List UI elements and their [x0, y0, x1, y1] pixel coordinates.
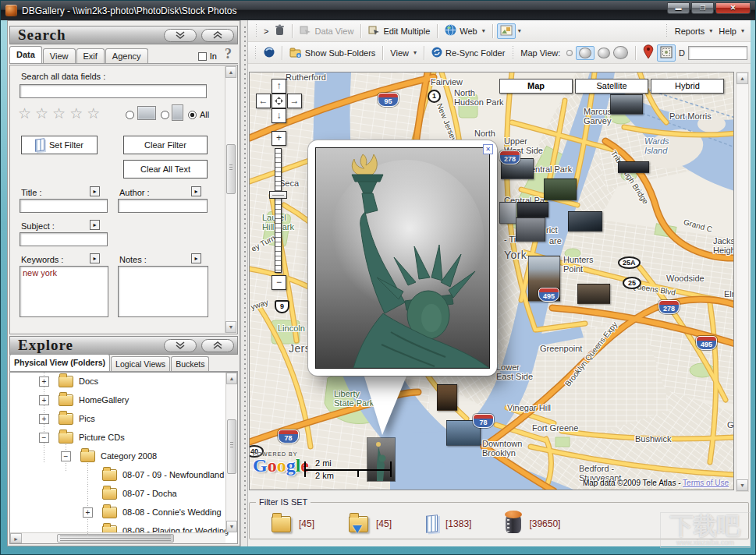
tree-item[interactable]: 08-07 - 09 - Newfoundland [10, 466, 237, 485]
keywords-input[interactable]: new york [20, 266, 108, 317]
dropdown-arrow-icon[interactable]: ▾ [518, 27, 521, 34]
tree-item-label[interactable]: Docs [79, 376, 98, 386]
photo-thumbnail[interactable] [544, 179, 577, 200]
tab-buckets[interactable]: Buckets [171, 356, 209, 371]
star-icon[interactable]: ☆ [87, 106, 100, 122]
collapse-icon[interactable]: − [61, 451, 71, 461]
pan-left-button[interactable]: ← [256, 94, 271, 108]
tree-hscrollbar[interactable]: ◄ ► [10, 532, 225, 543]
map-size-medium-button[interactable] [598, 48, 610, 58]
tab-data[interactable]: Data [9, 46, 42, 63]
landscape-radio[interactable] [126, 111, 134, 119]
tab-physical-view[interactable]: Physical View (Folders) [9, 354, 110, 371]
scroll-up-button[interactable]: ▲ [225, 66, 236, 78]
tree-item-label[interactable]: 08-08 - Connie's Wedding [122, 507, 222, 517]
expand-icon[interactable]: + [39, 395, 49, 405]
tree-item-label[interactable]: HomeGallery [79, 395, 129, 405]
delete-button[interactable] [272, 23, 288, 39]
close-button[interactable]: ✕ [715, 2, 751, 14]
close-icon[interactable]: ✕ [483, 144, 493, 154]
clear-filter-button[interactable]: Clear Filter [123, 136, 208, 154]
map-scrollbar[interactable]: ▲ ▼ [736, 72, 749, 492]
author-input[interactable] [118, 199, 208, 213]
author-expand-button[interactable]: ▸ [191, 186, 201, 196]
map-type-satellite-button[interactable]: Satellite [575, 79, 648, 94]
set-filter-button[interactable]: Set Filter [21, 136, 98, 154]
help-menu[interactable]: Help ▾ [715, 25, 747, 37]
scroll-down-button[interactable]: ▼ [226, 521, 237, 532]
map-size-large-button[interactable] [613, 46, 628, 59]
subject-input[interactable] [20, 232, 108, 246]
rating-stars[interactable]: ☆ ☆ ☆ ☆ ☆ [18, 106, 100, 122]
zoom-slider-handle[interactable] [269, 191, 287, 199]
notes-input[interactable] [118, 266, 208, 317]
collapse-down-button[interactable] [164, 29, 197, 42]
expand-icon[interactable]: + [39, 376, 49, 387]
pan-center-button[interactable] [272, 94, 286, 108]
maximize-button[interactable]: ❐ [691, 2, 714, 14]
photo-thumbnail[interactable] [516, 217, 545, 242]
title-expand-button[interactable]: ▸ [90, 186, 100, 196]
tree-item-label[interactable]: Pics [79, 414, 95, 423]
resync-folder-button[interactable]: Re-Sync Folder [428, 45, 508, 61]
tab-logical-views[interactable]: Logical Views [111, 356, 170, 371]
scroll-up-button[interactable]: ▲ [226, 373, 237, 384]
map-type-map-button[interactable]: Map [499, 79, 573, 94]
scroll-thumb[interactable] [57, 534, 174, 543]
zoom-in-button[interactable]: + [272, 131, 286, 146]
photo-thumbnail[interactable] [568, 211, 602, 232]
expand-icon[interactable]: + [83, 507, 93, 518]
dropdown-arrow-icon[interactable]: ▾ [482, 27, 485, 34]
photo-thumbnail[interactable] [610, 94, 643, 115]
map-type-hybrid-button[interactable]: Hybrid [651, 79, 724, 94]
expand-icon[interactable]: + [39, 414, 49, 424]
tree-item-label[interactable]: Picture CDs [79, 433, 125, 442]
scroll-down-button[interactable]: ▼ [736, 479, 748, 491]
star-icon[interactable]: ☆ [52, 106, 66, 122]
portrait-radio[interactable] [161, 111, 169, 119]
star-icon[interactable]: ☆ [69, 106, 83, 122]
panel-splitter[interactable] [240, 20, 248, 546]
star-icon[interactable]: ☆ [35, 106, 48, 122]
star-icon[interactable]: ☆ [18, 106, 31, 122]
collapse-icon[interactable]: − [39, 433, 49, 443]
photo-thumbnail[interactable] [577, 284, 610, 304]
title-input[interactable] [20, 199, 108, 213]
tab-exif[interactable]: Exif [76, 48, 105, 63]
reports-menu[interactable]: Reports ▾ [672, 25, 716, 37]
scroll-thumb[interactable] [227, 419, 236, 474]
show-subfolders-button[interactable]: Show Sub-Folders [286, 45, 379, 61]
photo-thumbnail[interactable] [437, 384, 457, 411]
photo-thumbnail[interactable] [517, 202, 548, 217]
subject-expand-button[interactable]: ▸ [90, 220, 100, 230]
pan-up-button[interactable]: ↑ [272, 79, 286, 94]
statue-of-liberty-photo[interactable] [315, 147, 490, 369]
tree-item[interactable]: +08-08 - Connie's Wedding [10, 504, 237, 522]
edit-multiple-button[interactable]: Edit Multiple [365, 23, 433, 38]
all-orientation-radio[interactable] [188, 111, 197, 119]
map-size-small-button[interactable] [576, 46, 595, 60]
folder-path-input[interactable] [688, 46, 747, 60]
zoom-out-button[interactable]: − [272, 275, 286, 290]
frame-view-button[interactable] [657, 44, 676, 62]
tree-item[interactable]: 08-07 - Docha [10, 485, 237, 504]
scroll-up-button[interactable]: ▲ [736, 72, 748, 84]
all-fields-input[interactable] [20, 84, 207, 98]
map-canvas[interactable]: RutherfordFairviewNorth Hudson ParkNorth… [249, 72, 734, 490]
photo-thumbnail[interactable] [499, 202, 516, 224]
scroll-right-button[interactable]: ► [10, 533, 22, 543]
map-size-dot[interactable] [566, 50, 573, 56]
photo-thumbnail[interactable] [618, 161, 649, 173]
tab-agency[interactable]: Agency [105, 48, 148, 63]
navigate-button[interactable] [261, 45, 278, 61]
tab-view[interactable]: View [43, 48, 76, 63]
explore-collapse-up-button[interactable] [201, 339, 234, 352]
toolbar-grip[interactable] [511, 46, 514, 60]
help-icon[interactable]: ? [225, 46, 232, 62]
view-menu[interactable]: View ▾ [387, 47, 420, 59]
scroll-down-button[interactable]: ▼ [225, 321, 236, 333]
clear-all-text-button[interactable]: Clear All Text [123, 160, 208, 179]
scroll-thumb[interactable] [226, 144, 236, 194]
explore-collapse-down-button[interactable] [164, 339, 197, 352]
terms-of-use-link[interactable]: Terms of Use [683, 479, 729, 487]
